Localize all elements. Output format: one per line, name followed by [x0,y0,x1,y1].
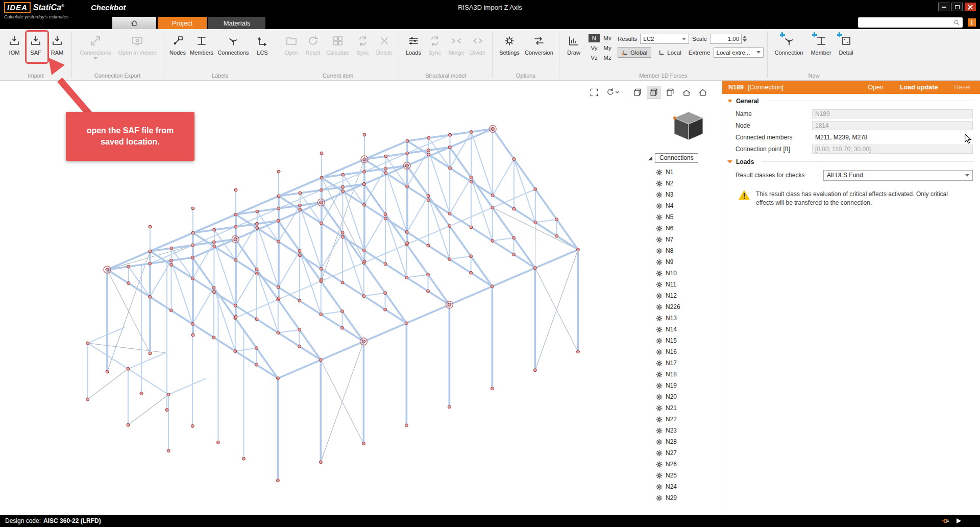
connection-tree-item[interactable]: N25 [656,470,721,481]
connection-tree-item[interactable]: N4 [656,200,721,211]
connection-tree-item[interactable]: N26 [656,459,721,470]
labels-members-button[interactable]: Members [188,32,215,56]
view-front-button[interactable] [663,86,677,99]
minimize-button[interactable] [938,3,949,11]
open-button[interactable]: Open [281,32,302,56]
iom-button[interactable]: IOM [4,32,25,56]
labels-connections-button[interactable]: Connections [215,32,252,56]
sync-model-button[interactable]: Sync [424,32,446,56]
divide-button[interactable]: Divide [467,32,488,56]
reset-connection-button[interactable]: Reset [951,83,974,91]
settings-button[interactable]: Settings [496,32,523,56]
close-button[interactable] [965,3,976,11]
labels-lcs-button[interactable]: LCS [252,32,273,56]
connection-tree-item[interactable]: N28 [656,436,721,447]
connection-tree-item[interactable]: N12 [656,290,721,301]
connection-tree-item[interactable]: N13 [656,313,721,324]
labels-nodes-button[interactable]: Nodes [167,32,188,56]
connection-tree-item[interactable]: N3 [656,189,721,200]
connection-tree-item[interactable]: N10 [656,268,721,279]
merge-button[interactable]: Merge [446,32,467,56]
tab-project[interactable]: Project [158,17,207,29]
delete-button[interactable]: Delete [374,32,395,56]
connection-tree-item[interactable]: N5 [656,211,721,223]
connection-tree-item[interactable]: N20 [656,391,721,402]
info-button[interactable] [968,18,976,27]
connection-tree-item[interactable]: N24 [656,481,721,492]
search-input[interactable] [861,18,953,27]
maximize-button[interactable] [951,3,963,11]
connection-tree-item[interactable]: N8 [656,245,721,256]
reset-button[interactable]: Reset [302,32,324,56]
global-toggle[interactable]: Global [618,47,651,58]
local-toggle[interactable]: Local [654,47,685,58]
loads-button[interactable]: Loads [403,32,424,56]
connection-tree-item[interactable]: N14 [656,324,721,335]
new-connection-button[interactable]: Connection [771,32,807,56]
tree-expander-icon[interactable] [648,156,652,160]
connection-tree-item[interactable]: N22 [656,414,721,425]
connection-tree-item[interactable]: N21 [656,402,721,414]
connection-tree-item[interactable]: N9 [656,256,721,268]
plug-icon[interactable] [941,517,950,524]
connection-tree-item[interactable]: N6 [656,223,721,234]
play-icon[interactable] [955,518,962,524]
extreme-select[interactable]: Local extre... [714,47,764,58]
node-field[interactable]: 1814 [812,121,973,130]
connection-tree-item[interactable]: N2 [656,178,721,189]
view-axonometric-button[interactable] [630,86,644,99]
open-in-viewer-button[interactable]: Open in Viewer [115,32,159,56]
info-icon [971,20,972,21]
new-member-button[interactable]: Member [807,32,836,56]
conversion-button[interactable]: Conversion [523,32,555,56]
spin-down-icon[interactable] [743,39,747,42]
connection-tree-item[interactable]: N17 [656,357,721,369]
search-box[interactable] [858,17,963,28]
force-n-toggle[interactable]: N [589,34,600,42]
new-detail-button[interactable]: Detail [836,32,857,56]
connection-gear-icon [656,427,663,434]
connected-members-field[interactable]: M211, M239, M278 [812,133,973,142]
connection-point-field[interactable]: [0.00; 110.70; 30.00] [812,145,973,154]
connection-tree-item[interactable]: N19 [656,380,721,391]
connection-tree-item[interactable]: N1 [656,166,721,178]
scale-stepper[interactable]: 1.00 [710,34,747,44]
tab-materials[interactable]: Materials [208,17,265,29]
connection-tree-item[interactable]: N7 [656,234,721,245]
spin-up-icon[interactable] [743,36,747,38]
result-classes-select[interactable]: All ULS Fund [823,170,973,181]
load-update-button[interactable]: Load update [897,83,941,91]
force-my-toggle[interactable]: My [601,44,614,52]
saf-button[interactable]: SAF [25,32,46,56]
connection-tree-item[interactable]: N23 [656,425,721,436]
calculate-button[interactable]: Calculate [324,32,352,56]
view-top-button[interactable] [647,86,660,99]
connection-tree-item[interactable]: N11 [656,279,721,290]
connection-tree-item[interactable]: N16 [656,346,721,357]
ram-button[interactable]: RAM [46,32,68,56]
view-roof-button[interactable] [679,86,693,99]
connection-tree-item[interactable]: N29 [656,492,721,504]
home-view-button[interactable] [696,86,709,99]
section-loads[interactable]: Loads [722,155,980,169]
results-select[interactable]: LC2 [640,34,689,44]
navigation-cube[interactable] [670,107,707,147]
sync-current-button[interactable]: Sync [352,32,374,56]
force-mx-toggle[interactable]: Mx [601,34,614,42]
rotate-view-button[interactable] [603,86,622,99]
connection-tree-item[interactable]: N226 [656,301,721,313]
tree-root-connections[interactable]: Connections [655,153,698,163]
name-field[interactable]: N189 [812,109,973,118]
force-mz-toggle[interactable]: Mz [601,54,614,62]
home-tab[interactable] [112,17,156,29]
open-connection-button[interactable]: Open [865,83,887,91]
connection-tree-item[interactable]: N15 [656,335,721,346]
export-connections-button[interactable]: Connections [76,32,115,60]
force-vz-toggle[interactable]: Vz [589,54,600,62]
section-general[interactable]: General [722,94,980,108]
force-vy-toggle[interactable]: Vy [589,44,600,52]
fit-view-button[interactable] [587,86,601,99]
connection-tree-item[interactable]: N18 [656,369,721,380]
connection-tree-item[interactable]: N27 [656,447,721,459]
draw-button[interactable]: Draw [563,32,584,56]
